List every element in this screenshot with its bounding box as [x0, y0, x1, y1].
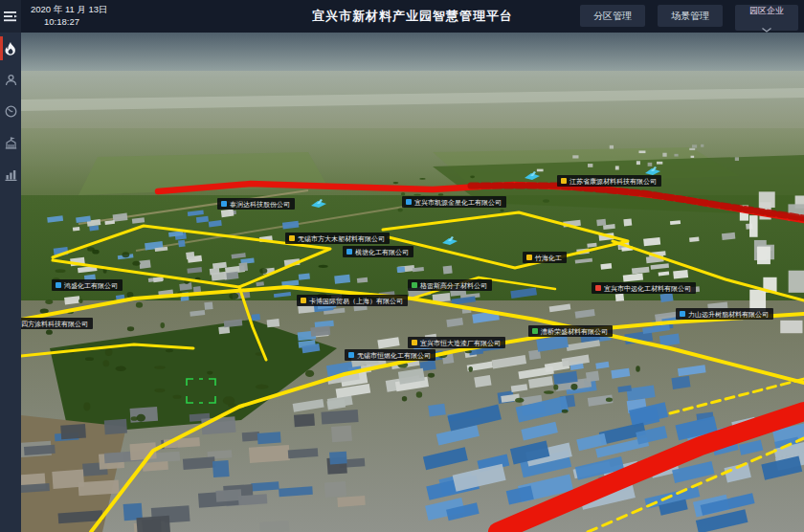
sidebar-item-user[interactable]	[0, 64, 21, 96]
company-label[interactable]: 宜兴市凯源金星化工有限公司	[402, 196, 506, 208]
company-label-text: 无锡市方大木塑材料有限公司	[298, 235, 385, 242]
company-label-text: 宜兴市恒大造漆厂有限公司	[420, 340, 501, 346]
selection-reticle	[187, 379, 215, 403]
company-marker-icon	[412, 340, 417, 345]
bar-chart-icon	[5, 168, 17, 181]
company-label[interactable]: 卡博国际贸易（上海）有限公司	[297, 295, 408, 306]
company-label-text: 宜兴市凯源金星化工有限公司	[414, 199, 502, 206]
header-bar: 2020 年 11 月 13日 10:18:27 宜兴市新材料产业园智慧管理平台…	[21, 0, 804, 33]
plane-marker-icon	[645, 166, 660, 175]
company-label-text: 力山远升树脂材料有限公司	[688, 311, 769, 318]
company-label[interactable]: 无锡市方大木塑材料有限公司	[285, 233, 390, 244]
company-marker-icon	[221, 201, 227, 207]
company-marker-icon	[532, 328, 538, 334]
company-label[interactable]: 宜兴市四方涂料科技有限公司	[21, 318, 93, 329]
map-3d-view[interactable]: 泰润达科技股份公司宜兴市凯源金星化工有限公司江苏省康源材料科技有限公司无锡市方大…	[21, 33, 804, 532]
company-marker-icon	[348, 352, 354, 358]
flame-icon	[5, 42, 16, 55]
main-area: 2020 年 11 月 13日 10:18:27 宜兴市新材料产业园智慧管理平台…	[21, 0, 804, 532]
zone-management-button[interactable]: 分区管理	[580, 5, 645, 27]
company-marker-icon	[412, 282, 417, 288]
app-window: 2020 年 11 月 13日 10:18:27 宜兴市新材料产业园智慧管理平台…	[0, 0, 804, 532]
company-label-text: 格雷斯高分子材料公司	[420, 282, 487, 289]
factory-icon	[5, 137, 17, 149]
company-label[interactable]: 宜兴市中远化工材料有限公司	[592, 282, 696, 294]
company-label[interactable]: 漕桥荣盛材料有限公司	[528, 325, 613, 337]
company-marker-icon	[406, 199, 412, 205]
company-label-text: 漕桥荣盛材料有限公司	[541, 328, 608, 335]
company-label-text: 泰润达科技股份公司	[230, 201, 290, 208]
user-icon	[5, 74, 17, 86]
company-marker-icon	[56, 282, 61, 288]
company-label-text: 宜兴市四方涂料科技有限公司	[21, 321, 88, 327]
company-label[interactable]: 力山远升树脂材料有限公司	[676, 308, 773, 320]
company-label-text: 宜兴市中远化工材料有限公司	[604, 285, 691, 292]
company-label[interactable]: 江苏省康源材料科技有限公司	[557, 175, 661, 187]
sidebar-item-fire[interactable]	[0, 33, 21, 64]
park-enterprise-dropdown[interactable]: 园区企业	[735, 5, 798, 31]
company-label[interactable]: 竹海化工	[523, 252, 567, 263]
company-marker-icon	[346, 249, 352, 255]
company-label[interactable]: 鸿盛化工有限公司	[52, 279, 123, 291]
company-label-text: 无锡市恒燃化工有限公司	[357, 352, 431, 359]
company-label-text: 鸿盛化工有限公司	[64, 282, 118, 289]
menu-icon	[4, 11, 17, 22]
company-label-text: 竹海化工	[535, 255, 562, 261]
company-marker-icon	[680, 311, 685, 317]
company-marker-icon	[526, 255, 532, 260]
company-label[interactable]: 泰润达科技股份公司	[217, 198, 295, 210]
company-marker-icon	[561, 178, 567, 184]
sidebar	[0, 0, 21, 532]
sidebar-item-gauge[interactable]	[0, 96, 21, 127]
company-marker-icon	[301, 298, 306, 303]
park-enterprise-dropdown-label: 园区企业	[749, 6, 784, 16]
scene-management-button[interactable]: 场景管理	[658, 5, 723, 27]
sidebar-item-statistics[interactable]	[0, 159, 21, 190]
company-label[interactable]: 格雷斯高分子材料公司	[408, 279, 492, 291]
company-label-text: 江苏省康源材料科技有限公司	[570, 178, 657, 185]
plane-marker-icon	[525, 171, 540, 180]
sidebar-item-factory[interactable]	[0, 127, 21, 159]
header-actions: 分区管理 场景管理 园区企业	[580, 5, 798, 31]
company-label[interactable]: 横塘化工有限公司	[343, 246, 413, 257]
company-label-text: 横塘化工有限公司	[355, 249, 409, 255]
company-marker-icon	[289, 235, 295, 241]
company-label[interactable]: 宜兴市恒大造漆厂有限公司	[408, 337, 505, 348]
plane-marker-icon	[442, 236, 458, 245]
company-marker-icon	[595, 285, 601, 291]
plane-marker-icon	[311, 199, 326, 208]
company-label[interactable]: 无锡市恒燃化工有限公司	[345, 349, 436, 361]
sidebar-item-menu[interactable]	[0, 0, 21, 33]
gauge-icon	[5, 105, 17, 118]
company-label-text: 卡博国际贸易（上海）有限公司	[309, 298, 403, 304]
